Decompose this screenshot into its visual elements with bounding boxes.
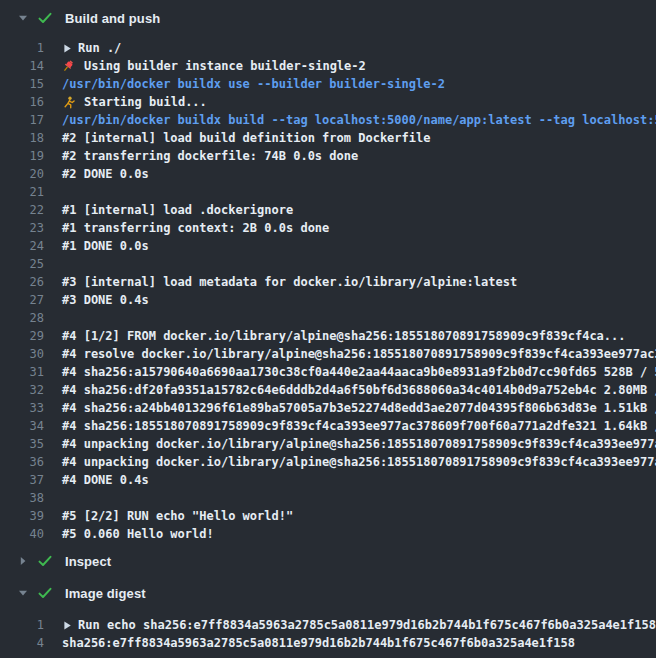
line-number[interactable]: 1: [0, 39, 44, 57]
line-number[interactable]: 15: [0, 75, 44, 93]
log-text-value: #4 unpacking docker.io/library/alpine@sh…: [62, 435, 656, 453]
line-number[interactable]: 32: [0, 381, 44, 399]
log-text: #2 [internal] load build definition from…: [62, 129, 430, 147]
log-text-value: #1 [internal] load .dockerignore: [62, 201, 293, 219]
log-text: #4 unpacking docker.io/library/alpine@sh…: [62, 453, 656, 471]
log-text: sha256:e7ff8834a5963a2785c5a0811e979d16b…: [62, 634, 575, 652]
line-number[interactable]: 40: [0, 525, 44, 543]
chevron-right-icon: [18, 556, 28, 566]
line-number[interactable]: 18: [0, 129, 44, 147]
step-title: Image digest: [65, 586, 146, 601]
line-number[interactable]: 24: [0, 237, 44, 255]
line-number[interactable]: 21: [0, 183, 44, 201]
log-line: 20#2 DONE 0.0s: [0, 165, 656, 183]
log-text-value: #5 0.060 Hello world!: [62, 525, 214, 543]
log-line: 4sha256:e7ff8834a5963a2785c5a0811e979d16…: [0, 634, 656, 652]
run-group-toggle[interactable]: Run echo sha256:e7ff8834a5963a2785c5a081…: [62, 616, 656, 634]
log-viewer: Build and push1 Run ./14 Using builder i…: [0, 0, 656, 652]
log-text: Starting build...: [62, 93, 207, 111]
log-text: #4 sha256:a24bb4013296f61e89ba57005a7b3e…: [62, 399, 656, 417]
log-text-value: #4 unpacking docker.io/library/alpine@sh…: [62, 453, 656, 471]
line-number[interactable]: 39: [0, 507, 44, 525]
log-line: 1 Run ./: [0, 39, 656, 57]
line-number[interactable]: 23: [0, 219, 44, 237]
line-number[interactable]: 17: [0, 111, 44, 129]
pushpin-icon: [62, 60, 75, 73]
log-text: #5 [2/2] RUN echo "Hello world!": [62, 507, 293, 525]
log-line: 25: [0, 255, 656, 273]
log-text-value: #2 DONE 0.0s: [62, 165, 149, 183]
step-log-body: 1 Run ./14 Using builder instance builde…: [0, 36, 656, 543]
log-text: #4 sha256:185518070891758909c9f839cf4ca3…: [62, 417, 656, 435]
line-number[interactable]: 27: [0, 291, 44, 309]
line-number[interactable]: 28: [0, 309, 44, 327]
line-number[interactable]: 29: [0, 327, 44, 345]
step-header-inspect[interactable]: Inspect: [0, 545, 656, 577]
line-number[interactable]: 36: [0, 453, 44, 471]
line-number[interactable]: 33: [0, 399, 44, 417]
line-number[interactable]: 34: [0, 417, 44, 435]
line-number[interactable]: 31: [0, 363, 44, 381]
log-text: #4 sha256:a15790640a6690aa1730c38cf0a440…: [62, 363, 656, 381]
log-line: 37#4 DONE 0.4s: [0, 471, 656, 489]
log-text-value: #3 [internal] load metadata for docker.i…: [62, 273, 517, 291]
log-text-value: #4 DONE 0.4s: [62, 471, 149, 489]
log-line: 32#4 sha256:df20fa9351a15782c64e6dddb2d4…: [0, 381, 656, 399]
line-number[interactable]: 14: [0, 57, 44, 75]
line-number[interactable]: 4: [0, 634, 44, 652]
log-text-value: Run ./: [78, 39, 121, 57]
log-line: 40#5 0.060 Hello world!: [0, 525, 656, 543]
log-text-value: #4 resolve docker.io/library/alpine@sha2…: [62, 345, 656, 363]
log-line: 35#4 unpacking docker.io/library/alpine@…: [0, 435, 656, 453]
log-line: 14 Using builder instance builder-single…: [0, 57, 656, 75]
log-line: 21: [0, 183, 656, 201]
line-number[interactable]: 37: [0, 471, 44, 489]
log-text-value: sha256:e7ff8834a5963a2785c5a0811e979d16b…: [62, 634, 575, 652]
log-text: #3 DONE 0.4s: [62, 291, 149, 309]
step-header-build-and-push[interactable]: Build and push: [0, 0, 656, 36]
line-number[interactable]: 20: [0, 165, 44, 183]
log-text: #4 resolve docker.io/library/alpine@sha2…: [62, 345, 656, 363]
line-number[interactable]: 22: [0, 201, 44, 219]
line-number[interactable]: 1: [0, 616, 44, 634]
log-text-value: Run echo sha256:e7ff8834a5963a2785c5a081…: [78, 616, 656, 634]
line-number[interactable]: 35: [0, 435, 44, 453]
step-log-body: 1 Run echo sha256:e7ff8834a5963a2785c5a0…: [0, 609, 656, 652]
log-text: #1 [internal] load .dockerignore: [62, 201, 293, 219]
log-text: /usr/bin/docker buildx build --tag local…: [62, 111, 656, 129]
log-text: #5 0.060 Hello world!: [62, 525, 214, 543]
line-number[interactable]: 25: [0, 255, 44, 273]
log-text-value: Using builder instance builder-single-2: [84, 57, 366, 75]
log-text: #4 DONE 0.4s: [62, 471, 149, 489]
runner-icon: [62, 96, 75, 109]
log-line: 38: [0, 489, 656, 507]
step-section-inspect: Inspect: [0, 545, 656, 577]
log-line: 24#1 DONE 0.0s: [0, 237, 656, 255]
step-header-image-digest[interactable]: Image digest: [0, 577, 656, 609]
log-line: 31#4 sha256:a15790640a6690aa1730c38cf0a4…: [0, 363, 656, 381]
log-text: #1 DONE 0.0s: [62, 237, 149, 255]
log-text: #2 transferring dockerfile: 74B 0.0s don…: [62, 147, 358, 165]
log-text-value: #2 [internal] load build definition from…: [62, 129, 430, 147]
log-text-value: #3 DONE 0.4s: [62, 291, 149, 309]
line-number[interactable]: 19: [0, 147, 44, 165]
log-text-value: #1 DONE 0.0s: [62, 237, 149, 255]
log-line: 27#3 DONE 0.4s: [0, 291, 656, 309]
log-text: Using builder instance builder-single-2: [62, 57, 366, 75]
log-line: 28: [0, 309, 656, 327]
line-number[interactable]: 30: [0, 345, 44, 363]
log-line: 18#2 [internal] load build definition fr…: [0, 129, 656, 147]
check-icon: [37, 10, 53, 26]
log-line: 22#1 [internal] load .dockerignore: [0, 201, 656, 219]
log-line: 16 Starting build...: [0, 93, 656, 111]
line-number[interactable]: 38: [0, 489, 44, 507]
line-number[interactable]: 16: [0, 93, 44, 111]
log-line: 26#3 [internal] load metadata for docker…: [0, 273, 656, 291]
log-text: #4 unpacking docker.io/library/alpine@sh…: [62, 435, 656, 453]
log-line: 1 Run echo sha256:e7ff8834a5963a2785c5a0…: [0, 616, 656, 634]
line-number[interactable]: 26: [0, 273, 44, 291]
run-group-toggle[interactable]: Run ./: [62, 39, 121, 57]
log-line: 30#4 resolve docker.io/library/alpine@sh…: [0, 345, 656, 363]
log-text: #4 [1/2] FROM docker.io/library/alpine@s…: [62, 327, 626, 345]
log-text-value: #1 transferring context: 2B 0.0s done: [62, 219, 329, 237]
